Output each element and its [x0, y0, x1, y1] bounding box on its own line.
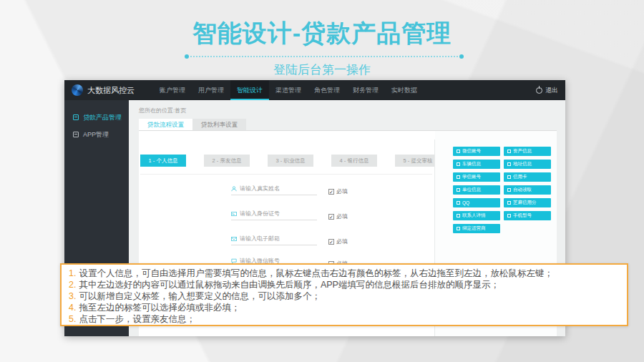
- tag-asset-info[interactable]: 资产信息: [504, 147, 551, 156]
- step-indicator: 1 - 个人信息 2 - 亲友信息 3 - 职业信息 4 - 银行信息 5 - …: [140, 155, 441, 167]
- tag-label: QQ: [462, 200, 469, 205]
- nav-item-role[interactable]: 角色管理: [308, 80, 346, 100]
- note-number: 1.: [69, 268, 76, 279]
- required-label: 必填: [336, 238, 348, 245]
- step-personal-info[interactable]: 1 - 个人信息: [140, 155, 186, 167]
- card-icon: [507, 175, 511, 179]
- car-icon: [457, 162, 460, 166]
- sim-icon: [457, 227, 460, 230]
- tag-label: 车辆信息: [462, 161, 481, 167]
- brand: 大数据风控云: [72, 80, 135, 100]
- tag-label: 芝麻信用分: [513, 200, 537, 206]
- tag-label: 学信账号: [462, 174, 481, 180]
- tag-label: 自动读取: [513, 187, 532, 193]
- real-name-input[interactable]: 请输入真实姓名: [231, 185, 317, 195]
- note-text: 其中左边选好的内容可以通过鼠标拖动来自由调换先后顺序，APP端填写的信息根据后台…: [79, 279, 499, 290]
- search-icon: [507, 150, 511, 153]
- placeholder-text: 请输入电子邮箱: [240, 235, 280, 243]
- tab-loan-process[interactable]: 贷款流程设置: [139, 119, 192, 131]
- note-number: 5.: [69, 313, 76, 325]
- instruction-item: 5. 点击下一步，设置亲友信息；: [69, 313, 620, 325]
- power-icon: [536, 87, 542, 94]
- brand-logo-icon: [72, 84, 83, 96]
- user-icon: [231, 186, 237, 192]
- tag-label: 资产信息: [513, 148, 532, 155]
- tag-vehicle-info[interactable]: 车辆信息: [453, 160, 500, 169]
- nav-item-user[interactable]: 用户管理: [192, 80, 230, 100]
- form-row-email: 请输入电子邮箱 ✓ 必填: [231, 235, 348, 245]
- tag-credit-card[interactable]: 信用卡: [504, 172, 551, 182]
- required-label: 必填: [336, 212, 348, 220]
- instruction-item: 3. 可以新增自定义标签，输入想要定义的信息，可以添加多个；: [69, 290, 620, 302]
- mobile-icon: [507, 214, 511, 217]
- step-bank-info[interactable]: 4 - 银行信息: [331, 155, 377, 167]
- nav-item-finance[interactable]: 财务管理: [346, 80, 385, 100]
- tag-label: 信用卡: [513, 174, 527, 180]
- book-icon: [457, 175, 460, 179]
- id-number-input[interactable]: 请输入身份证号: [231, 210, 317, 220]
- person-icon: [457, 214, 460, 217]
- tag-address-info[interactable]: 地址信息: [504, 160, 551, 169]
- instruction-item: 1. 设置个人信息，可自由选择用户需要填写的信息，鼠标左键点击右边有颜色的标签，…: [69, 268, 620, 279]
- tag-column-left: 微信账号 车辆信息 学信账号 单位信息 QQ 联系人详情 绑定运营商: [453, 147, 500, 237]
- steps-rule: [140, 174, 432, 175]
- note-text: 点击下一步，设置亲友信息；: [79, 313, 195, 325]
- breadcrumb: 您所在的位置:首页: [139, 107, 186, 114]
- checkbox-checked-icon[interactable]: ✓: [328, 189, 334, 195]
- placeholder-text: 请输入身份证号: [240, 210, 280, 217]
- brand-name: 大数据风控云: [87, 85, 135, 96]
- tag-qq[interactable]: QQ: [453, 198, 500, 207]
- list-icon: [73, 114, 79, 120]
- tag-label: 微信账号: [462, 148, 481, 155]
- tag-company-info[interactable]: 单位信息: [453, 185, 500, 195]
- phone-icon: [507, 188, 511, 192]
- step-contacts-info[interactable]: 2 - 亲友信息: [204, 155, 250, 167]
- nav-item-account[interactable]: 账户管理: [153, 80, 192, 100]
- tag-zhima-credit[interactable]: 芝麻信用分: [504, 198, 551, 207]
- note-number: 3.: [69, 290, 76, 302]
- tag-column-right: 资产信息 地址信息 信用卡 自动读取 芝麻信用分 手机型号: [504, 147, 551, 224]
- nav-item-smart-design[interactable]: 智能设计: [230, 80, 269, 100]
- top-navbar: 大数据风控云 账户管理 用户管理 智能设计 渠道管理 角色管理 财务管理 实时数…: [64, 80, 565, 100]
- sidebar-item-loan-product[interactable]: 贷款产品管理: [64, 109, 129, 126]
- grid-icon: [73, 132, 79, 137]
- note-text: 设置个人信息，可自由选择用户需要填写的信息，鼠标左键点击右边有颜色的标签，从右边…: [79, 268, 553, 279]
- step-job-info[interactable]: 3 - 职业信息: [268, 155, 313, 167]
- nav-item-realtime[interactable]: 实时数据: [385, 80, 424, 100]
- tag-label: 手机型号: [513, 212, 532, 219]
- note-text: 可以新增自定义标签，输入想要定义的信息，可以添加多个；: [79, 290, 321, 302]
- checkbox-checked-icon[interactable]: ✓: [328, 239, 334, 245]
- tag-label: 绑定运营商: [462, 225, 486, 232]
- email-input[interactable]: 请输入电子邮箱: [231, 235, 317, 245]
- required-toggle[interactable]: ✓ 必填: [328, 238, 348, 245]
- divider-line: [190, 56, 458, 57]
- required-label: 必填: [336, 187, 348, 195]
- checkbox-checked-icon[interactable]: ✓: [328, 214, 334, 220]
- tag-education-account[interactable]: 学信账号: [453, 172, 500, 182]
- note-number: 4.: [69, 302, 76, 313]
- sidebar-item-label: APP管理: [83, 130, 109, 140]
- tag-contact-detail[interactable]: 联系人详情: [453, 211, 500, 220]
- idcard-icon: [231, 211, 237, 217]
- tag-auto-read[interactable]: 自动读取: [504, 185, 551, 195]
- tag-label: 地址信息: [513, 161, 532, 167]
- required-toggle[interactable]: ✓ 必填: [328, 187, 348, 195]
- divider-dot: [459, 54, 464, 59]
- instruction-item: 2. 其中左边选好的内容可以通过鼠标拖动来自由调换先后顺序，APP端填写的信息根…: [69, 279, 620, 290]
- instruction-item: 4. 拖至左边的标签可以选择必填或非必填；: [69, 302, 620, 313]
- sidebar-item-label: 贷款产品管理: [83, 113, 122, 122]
- tag-phone-model[interactable]: 手机型号: [504, 211, 551, 220]
- nav-item-channel[interactable]: 渠道管理: [269, 80, 308, 100]
- tag-bind-carrier[interactable]: 绑定运营商: [453, 224, 500, 233]
- required-toggle[interactable]: ✓ 必填: [328, 212, 348, 220]
- note-number: 2.: [69, 279, 76, 290]
- instruction-box: 1. 设置个人信息，可自由选择用户需要填写的信息，鼠标左键点击右边有颜色的标签，…: [60, 263, 628, 326]
- tab-loan-rate[interactable]: 贷款利率设置: [192, 119, 246, 131]
- logout-button[interactable]: 退出: [536, 80, 558, 100]
- sidebar-item-app[interactable]: APP管理: [64, 126, 129, 143]
- placeholder-text: 请输入真实姓名: [240, 185, 280, 192]
- tag-label: 单位信息: [462, 187, 481, 193]
- slide: 智能设计-贷款产品管理 登陆后台第一操作 大数据风控云 账户管理 用户管理 智能…: [0, 0, 644, 362]
- tag-wechat-account[interactable]: 微信账号: [453, 147, 500, 156]
- main-nav: 账户管理 用户管理 智能设计 渠道管理 角色管理 财务管理 实时数据: [153, 80, 424, 100]
